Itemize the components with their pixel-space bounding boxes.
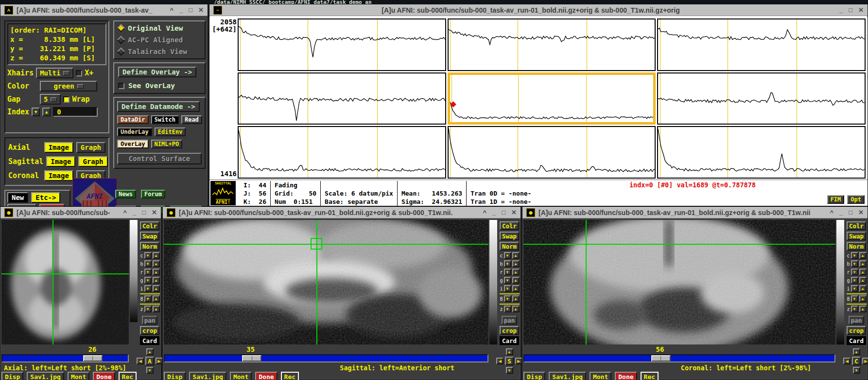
etc-button[interactable]: Etc-> [31,192,60,203]
coronal-image[interactable] [523,220,835,344]
underlay-button[interactable]: UnderLay [117,127,152,136]
axial-pan-button[interactable]: pan [142,316,158,325]
axial-crop-button[interactable]: crop [140,326,159,335]
minimize-icon[interactable]: _ [492,209,496,216]
axial-pad-right-button[interactable]: ▶ [156,358,163,364]
coronal-image-button[interactable]: Image [44,170,73,181]
coronal-card-menu[interactable]: Card [847,336,866,345]
sagittal-channel-z-down-button[interactable]: ▼ [504,306,511,312]
sagittal-channel-r-up-button[interactable]: ▲ [512,269,520,275]
axial-titlebar[interactable]: ◉ [A]u AFNI: sub-000/func/sub- ^ _ □ ✕ [0,207,161,218]
wrap-checkbox[interactable] [63,96,69,103]
sagittal-channel-8-up-button[interactable]: ▲ [512,295,520,302]
sagittal-channel-i-down-button[interactable]: ▼ [504,285,511,292]
coronal-channel-r-up-button[interactable]: ▲ [859,269,867,275]
axial-channel-8-up-button[interactable]: ▲ [153,295,160,302]
axial-channel-r-down-button[interactable]: ▼ [144,269,152,275]
graph-titlebar[interactable]: ~ [A]u AFNI: sub-000/func/sub-000_task-a… [209,4,868,16]
coronal-channel-c-down-button[interactable]: ▼ [851,252,858,259]
maximize-icon[interactable]: □ [142,209,146,216]
axial-channel-g-down-button[interactable]: ▼ [144,277,152,284]
coronal-channel-z-down-button[interactable]: ▼ [851,306,858,312]
axial-image-button[interactable]: Image [44,142,73,153]
sagittal-pad-right-button[interactable]: ▶ [515,358,522,364]
xhairs-menu[interactable]: Multi [36,68,73,78]
coronal-channel-r-down-button[interactable]: ▼ [851,269,858,275]
axial-channel-b-up-button[interactable]: ▲ [153,260,160,267]
sagittal-crop-button[interactable]: crop [500,326,519,335]
original-view-option[interactable]: Original View [118,24,201,32]
define-overlay-button[interactable]: Define OverLay -> [118,67,196,77]
graph-panel-r1c2[interactable] [657,72,866,125]
axial-channel-b-down-button[interactable]: ▼ [144,260,152,267]
axial-done-button[interactable]: Done [93,372,115,380]
coronal-channel-g-up-button[interactable]: ▲ [859,277,867,284]
control-surface-button[interactable]: Control Surface [117,153,202,164]
graph-panel-r2c0[interactable] [238,126,446,179]
controller-titlebar[interactable]: A [A]u AFNI: sub-000/func/sub-000_task-a… [0,4,208,16]
sagittal-channel-b-down-button[interactable]: ▼ [504,260,511,267]
axial-pad-down-button[interactable]: ▼ [146,367,154,374]
axial-channel-z-up-button[interactable]: ▲ [153,306,160,312]
axial-swap-button[interactable]: Swap [140,232,159,240]
sagittal-channel-g-up-button[interactable]: ▲ [512,277,520,284]
fim-button[interactable]: FIM [827,195,845,204]
graph-panel-r1c1[interactable] [448,72,656,125]
shade-icon[interactable]: ^ [830,209,833,216]
sagittal-pad-left-button[interactable]: ◀ [496,358,503,364]
graph-panel-r2c2[interactable] [657,126,866,179]
minimize-icon[interactable]: _ [839,209,843,216]
sagittal-channel-r-down-button[interactable]: ▼ [504,269,511,275]
see-overlay-checkbox[interactable] [118,83,124,89]
axial-channel-r-up-button[interactable]: ▲ [153,269,160,275]
coronal-channel-z-up-button[interactable]: ▲ [859,306,867,312]
coronal-colr-button[interactable]: Colr [847,221,866,230]
sagittal-channel-i-up-button[interactable]: ▲ [512,285,520,292]
coronal-pad-down-button[interactable]: ▼ [853,367,860,374]
minimize-icon[interactable]: _ [133,209,136,216]
slider-thumb[interactable] [651,355,671,362]
coronal-sav1jpg-button[interactable]: Sav1.jpg [549,372,586,380]
sagittal-channel-z-up-button[interactable]: ▲ [512,306,520,312]
axial-sav1jpg-button[interactable]: Sav1.jpg [27,372,64,380]
coronal-norm-button[interactable]: Norm [847,242,866,251]
sagittal-norm-button[interactable]: Norm [500,242,519,251]
coronal-pad-left-button[interactable]: ◀ [843,358,851,364]
axial-image[interactable] [1,220,129,344]
sagittal-swap-button[interactable]: Swap [500,232,519,240]
define-datamode-button[interactable]: Define Datamode -> [117,101,200,112]
coronal-titlebar[interactable]: ◉ [A]u AFNI: sub-000/func/sub-000_task-a… [522,207,868,218]
news-button[interactable]: News [115,190,136,199]
sagittal-disp-button[interactable]: Disp [164,372,186,380]
color-menu[interactable]: green [40,81,97,91]
datadir-button[interactable]: DataDir [117,115,149,124]
graph-panel-r0c1[interactable] [448,18,656,71]
coronal-mont-button[interactable]: Mont [590,372,611,380]
coronal-pad-up-button[interactable]: ▲ [853,348,860,355]
axial-channel-i-up-button[interactable]: ▲ [153,285,160,292]
minimize-icon[interactable]: _ [179,6,183,14]
maximize-icon[interactable]: □ [502,209,505,216]
coronal-channel-b-down-button[interactable]: ▼ [851,260,858,267]
maximize-icon[interactable]: □ [849,6,852,14]
axial-channel-g-up-button[interactable]: ▲ [153,277,160,284]
coronal-channel-8-up-button[interactable]: ▲ [859,295,867,302]
opt-button[interactable]: Opt [847,195,865,204]
sagittal-image[interactable] [164,220,488,344]
acpc-view-option[interactable]: AC-PC Aligned [118,36,201,44]
coronal-channel-c-up-button[interactable]: ▲ [859,252,867,259]
read-button[interactable]: Read [181,115,202,124]
close-icon[interactable]: ✕ [858,209,864,216]
sagittal-pan-button[interactable]: pan [502,316,518,325]
close-icon[interactable]: ✕ [511,209,517,216]
coronal-pan-button[interactable]: pan [849,316,865,325]
niml-po-button[interactable]: NIML+PO [151,140,183,148]
sagittal-letter-button[interactable]: S [505,357,514,365]
sagittal-channel-c-up-button[interactable]: ▲ [512,252,520,259]
close-icon[interactable]: ✕ [198,6,204,14]
index-down-button[interactable]: ▼ [32,108,40,116]
forum-button[interactable]: Forum [141,190,165,199]
overlay-button[interactable]: OverLay [117,140,149,148]
axial-letter-button[interactable]: A [145,357,154,365]
sagittal-graph-button[interactable]: Graph [78,156,107,167]
